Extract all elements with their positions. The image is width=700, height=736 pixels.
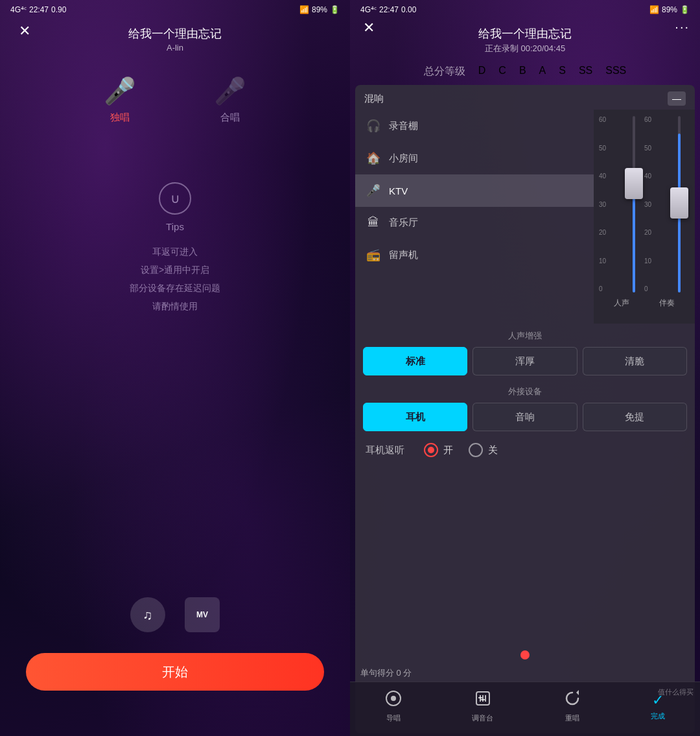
mixer-tab-label: 调音台 xyxy=(472,713,493,723)
monitor-label: 耳机返听 xyxy=(366,444,404,457)
device-handsfree-button[interactable]: 免提 xyxy=(583,403,687,431)
score-c: C xyxy=(498,65,506,78)
device-section-label: 外接设备 xyxy=(363,386,687,398)
voice-scale-numbers: 60 50 40 30 20 10 0 xyxy=(599,113,606,295)
voice-thumb[interactable] xyxy=(625,168,643,199)
monitor-on-label: 开 xyxy=(443,444,453,457)
acc-scale-50: 50 xyxy=(644,145,651,152)
studio-label: 录音棚 xyxy=(389,120,418,132)
accompany-thumb[interactable] xyxy=(670,187,688,219)
watermark: 值什么得买 xyxy=(658,687,694,697)
left-bottom-controls: ♫ MV xyxy=(0,597,350,632)
monitor-off-option[interactable]: 关 xyxy=(469,443,498,457)
mixer-item-hall[interactable]: 🏛 音乐厅 xyxy=(355,207,594,239)
music-button[interactable]: ♫ xyxy=(130,597,165,632)
score-s: S xyxy=(559,65,566,78)
music-icon: ♫ xyxy=(143,608,153,623)
accompany-scale-numbers: 60 50 40 30 20 10 0 xyxy=(644,113,651,295)
start-button[interactable]: 开始 xyxy=(26,653,324,691)
enhance-section: 人声增强 标准 浑厚 清脆 xyxy=(355,324,695,379)
scale-0: 0 xyxy=(599,285,606,292)
nav-mixer-tab[interactable]: 调音台 xyxy=(472,690,493,723)
device-speaker-button[interactable]: 音响 xyxy=(472,403,577,431)
guide-label: 导唱 xyxy=(386,713,401,723)
mixer-sliders: 60 50 40 30 20 10 0 人声 xyxy=(594,110,695,324)
score-sss: SSS xyxy=(605,65,626,78)
tips-section: ∪ Tips 耳返可进入设置>通用中开启部分设备存在延迟问题请酌情使用 xyxy=(0,182,350,315)
battery-left: 89% xyxy=(312,5,327,14)
mv-icon: MV xyxy=(196,610,208,619)
mv-button[interactable]: MV xyxy=(185,597,220,632)
device-earphone-button[interactable]: 耳机 xyxy=(363,403,467,431)
scale-20: 20 xyxy=(599,229,606,236)
accompany-slider-container: 60 50 40 30 20 10 0 伴奏 xyxy=(644,113,690,320)
mixer-title: 混响 xyxy=(364,93,384,105)
scale-30: 30 xyxy=(599,201,606,208)
monitor-off-label: 关 xyxy=(488,444,498,457)
guide-icon xyxy=(385,690,402,711)
mixer-collapse-button[interactable]: — xyxy=(668,91,686,106)
score-ss: SS xyxy=(579,65,592,78)
ktv-label: KTV xyxy=(389,185,408,196)
svg-point-1 xyxy=(391,696,396,701)
room-label: 小房间 xyxy=(389,152,418,165)
mixer-item-room[interactable]: 🏠 小房间 xyxy=(355,142,594,174)
accompany-track xyxy=(678,116,681,292)
device-buttons: 耳机 音响 免提 xyxy=(363,403,687,431)
scale-50: 50 xyxy=(599,145,606,152)
monitor-on-radio xyxy=(424,443,438,457)
phonograph-label: 留声机 xyxy=(389,249,418,261)
nav-guide[interactable]: 导唱 xyxy=(385,690,402,723)
scale-60: 60 xyxy=(599,116,606,123)
voice-slider-scale: 60 50 40 30 20 10 0 xyxy=(599,113,644,295)
acc-scale-0: 0 xyxy=(644,285,651,292)
mixer-item-ktv[interactable]: 🎤 KTV xyxy=(355,174,594,207)
voice-label: 人声 xyxy=(614,298,629,309)
speed-left: 0.90 xyxy=(51,5,66,14)
chorus-mode-item[interactable]: 🎤 合唱 xyxy=(214,76,246,124)
enhance-section-label: 人声增强 xyxy=(363,330,687,342)
enhance-thick-button[interactable]: 浑厚 xyxy=(472,347,577,375)
score-a: A xyxy=(539,65,546,78)
left-header: ✕ 给我一个理由忘记 A-lin xyxy=(0,19,350,63)
voice-slider-container: 60 50 40 30 20 10 0 人声 xyxy=(599,113,644,320)
hall-icon: 🏛 xyxy=(366,216,381,230)
monitor-options: 开 关 xyxy=(424,443,498,457)
device-section: 外接设备 耳机 音响 免提 xyxy=(355,379,695,435)
wifi-icon-right: 📶 xyxy=(649,5,659,14)
acc-scale-40: 40 xyxy=(644,172,651,180)
more-button[interactable]: ··· xyxy=(675,19,690,34)
mixer-panel: 混响 — 🎧 录音棚 🏠 小房间 🎤 KTV 🏛 xyxy=(355,85,695,733)
solo-icon: 🎤 xyxy=(104,76,136,106)
monitor-on-option[interactable]: 开 xyxy=(424,443,453,457)
mixer-item-phonograph[interactable]: 📻 留声机 xyxy=(355,239,594,271)
solo-mode-item[interactable]: 🎤 独唱 xyxy=(104,76,136,124)
record-dot xyxy=(520,650,530,659)
recording-status: 正在录制 00:20/04:45 xyxy=(485,43,565,54)
enhance-crisp-button[interactable]: 清脆 xyxy=(583,347,687,375)
right-bottom: 单句得分 0 分 导唱 xyxy=(350,645,700,736)
song-title-left: 给我一个理由忘记 xyxy=(128,26,222,42)
acc-scale-30: 30 xyxy=(644,201,651,208)
enhance-buttons: 标准 浑厚 清脆 xyxy=(363,347,687,375)
record-dot-row xyxy=(350,645,700,665)
time-right: 22:47 xyxy=(379,5,399,14)
status-wifi-right: 📶 89% 🔋 xyxy=(649,5,690,14)
chorus-icon: 🎤 xyxy=(214,76,246,106)
close-button-left[interactable]: ✕ xyxy=(13,19,36,43)
mixer-item-studio[interactable]: 🎧 录音棚 xyxy=(355,110,594,142)
right-header: ✕ 给我一个理由忘记 正在录制 00:20/04:45 ··· xyxy=(350,19,700,61)
nav-restart[interactable]: 重唱 xyxy=(564,690,581,723)
score-b: B xyxy=(519,65,526,78)
network-icon-left: 4G⁴ᶜ xyxy=(10,5,27,14)
battery-icon-left: 🔋 xyxy=(330,5,340,14)
status-bar-right: 4G⁴ᶜ 22:47 0.00 📶 89% 🔋 xyxy=(350,0,700,19)
close-button-right[interactable]: ✕ xyxy=(363,19,375,36)
accompany-label: 伴奏 xyxy=(659,298,675,309)
hall-label: 音乐厅 xyxy=(389,217,418,229)
song-artist-left: A-lin xyxy=(167,43,183,53)
score-text: 单句得分 0 分 xyxy=(350,665,700,682)
enhance-standard-button[interactable]: 标准 xyxy=(363,347,467,375)
speed-right: 0.00 xyxy=(401,5,416,14)
status-network-right: 4G⁴ᶜ 22:47 0.00 xyxy=(360,5,416,14)
